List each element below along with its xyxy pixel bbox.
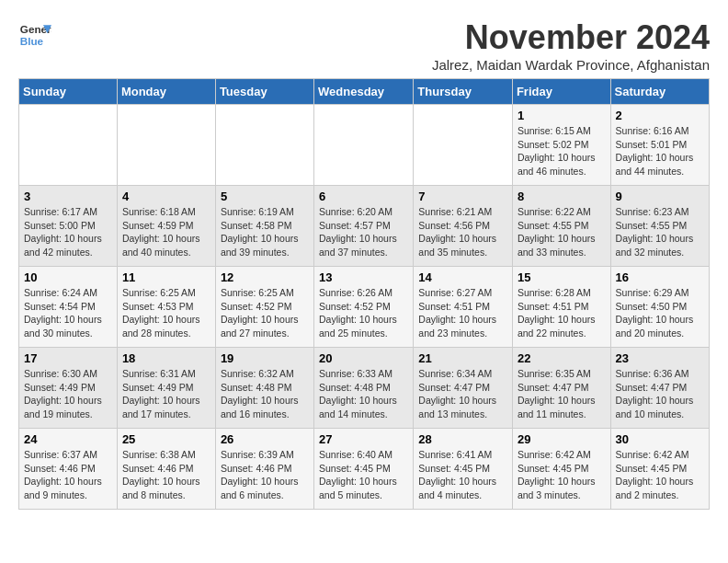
calendar-cell: 12Sunrise: 6:25 AM Sunset: 4:52 PM Dayli… (215, 267, 313, 348)
day-number: 7 (418, 190, 507, 203)
header-sunday: Sunday (19, 79, 118, 105)
calendar-cell (314, 105, 414, 186)
day-number: 15 (518, 270, 606, 284)
day-info: Sunrise: 6:18 AM Sunset: 4:59 PM Dayligh… (122, 205, 210, 259)
day-number: 5 (221, 190, 309, 203)
day-number: 17 (24, 351, 112, 365)
day-number: 1 (518, 109, 606, 122)
day-info: Sunrise: 6:37 AM Sunset: 4:46 PM Dayligh… (24, 448, 112, 502)
day-number: 21 (418, 351, 507, 365)
day-info: Sunrise: 6:26 AM Sunset: 4:52 PM Dayligh… (319, 286, 408, 340)
calendar-cell: 6Sunrise: 6:20 AM Sunset: 4:57 PM Daylig… (314, 186, 414, 267)
day-info: Sunrise: 6:15 AM Sunset: 5:02 PM Dayligh… (518, 124, 606, 178)
day-info: Sunrise: 6:25 AM Sunset: 4:53 PM Dayligh… (122, 286, 210, 340)
day-number: 20 (319, 351, 408, 365)
calendar-cell: 15Sunrise: 6:28 AM Sunset: 4:51 PM Dayli… (512, 267, 610, 348)
day-info: Sunrise: 6:30 AM Sunset: 4:49 PM Dayligh… (24, 367, 112, 421)
calendar-cell: 7Sunrise: 6:21 AM Sunset: 4:56 PM Daylig… (414, 186, 513, 267)
day-info: Sunrise: 6:22 AM Sunset: 4:55 PM Dayligh… (518, 205, 606, 259)
calendar-cell: 27Sunrise: 6:40 AM Sunset: 4:45 PM Dayli… (314, 429, 414, 510)
day-number: 24 (24, 432, 112, 446)
calendar-cell: 20Sunrise: 6:33 AM Sunset: 4:48 PM Dayli… (314, 348, 414, 429)
calendar-cell: 17Sunrise: 6:30 AM Sunset: 4:49 PM Dayli… (19, 348, 118, 429)
day-info: Sunrise: 6:38 AM Sunset: 4:46 PM Dayligh… (122, 448, 210, 502)
day-info: Sunrise: 6:23 AM Sunset: 4:55 PM Dayligh… (616, 205, 704, 259)
calendar-cell: 30Sunrise: 6:42 AM Sunset: 4:45 PM Dayli… (610, 429, 709, 510)
calendar-cell: 22Sunrise: 6:35 AM Sunset: 4:47 PM Dayli… (512, 348, 610, 429)
day-info: Sunrise: 6:40 AM Sunset: 4:45 PM Dayligh… (319, 448, 408, 502)
day-number: 22 (518, 351, 606, 365)
day-number: 30 (616, 432, 704, 446)
logo: General Blue (18, 18, 51, 52)
day-number: 18 (122, 351, 210, 365)
location-subtitle: Jalrez, Maidan Wardak Province, Afghanis… (432, 57, 710, 73)
calendar-table: SundayMondayTuesdayWednesdayThursdayFrid… (18, 78, 710, 510)
day-number: 9 (616, 190, 704, 203)
day-info: Sunrise: 6:42 AM Sunset: 4:45 PM Dayligh… (616, 448, 704, 502)
day-number: 12 (221, 270, 309, 284)
calendar-cell: 25Sunrise: 6:38 AM Sunset: 4:46 PM Dayli… (117, 429, 215, 510)
day-number: 13 (319, 270, 408, 284)
day-info: Sunrise: 6:36 AM Sunset: 4:47 PM Dayligh… (616, 367, 704, 421)
day-info: Sunrise: 6:20 AM Sunset: 4:57 PM Dayligh… (319, 205, 408, 259)
calendar-cell: 29Sunrise: 6:42 AM Sunset: 4:45 PM Dayli… (512, 429, 610, 510)
day-info: Sunrise: 6:21 AM Sunset: 4:56 PM Dayligh… (418, 205, 507, 259)
day-info: Sunrise: 6:27 AM Sunset: 4:51 PM Dayligh… (418, 286, 507, 340)
day-number: 16 (616, 270, 704, 284)
calendar-week-3: 10Sunrise: 6:24 AM Sunset: 4:54 PM Dayli… (19, 267, 710, 348)
calendar-cell: 9Sunrise: 6:23 AM Sunset: 4:55 PM Daylig… (610, 186, 709, 267)
calendar-cell: 19Sunrise: 6:32 AM Sunset: 4:48 PM Dayli… (215, 348, 313, 429)
day-info: Sunrise: 6:42 AM Sunset: 4:45 PM Dayligh… (518, 448, 606, 502)
day-number: 4 (122, 190, 210, 203)
calendar-cell: 26Sunrise: 6:39 AM Sunset: 4:46 PM Dayli… (215, 429, 313, 510)
day-number: 3 (24, 190, 112, 203)
calendar-cell: 13Sunrise: 6:26 AM Sunset: 4:52 PM Dayli… (314, 267, 414, 348)
calendar-cell (19, 105, 118, 186)
calendar-cell: 24Sunrise: 6:37 AM Sunset: 4:46 PM Dayli… (19, 429, 118, 510)
day-info: Sunrise: 6:17 AM Sunset: 5:00 PM Dayligh… (24, 205, 112, 259)
day-number: 26 (221, 432, 309, 446)
day-number: 23 (616, 351, 704, 365)
day-number: 6 (319, 190, 408, 203)
calendar-week-4: 17Sunrise: 6:30 AM Sunset: 4:49 PM Dayli… (19, 348, 710, 429)
day-info: Sunrise: 6:39 AM Sunset: 4:46 PM Dayligh… (221, 448, 309, 502)
day-info: Sunrise: 6:19 AM Sunset: 4:58 PM Dayligh… (221, 205, 309, 259)
month-title: November 2024 (432, 18, 710, 57)
day-number: 11 (122, 270, 210, 284)
day-info: Sunrise: 6:32 AM Sunset: 4:48 PM Dayligh… (221, 367, 309, 421)
calendar-cell: 18Sunrise: 6:31 AM Sunset: 4:49 PM Dayli… (117, 348, 215, 429)
calendar-cell: 23Sunrise: 6:36 AM Sunset: 4:47 PM Dayli… (610, 348, 709, 429)
day-number: 29 (518, 432, 606, 446)
header-tuesday: Tuesday (215, 79, 313, 105)
calendar-cell: 3Sunrise: 6:17 AM Sunset: 5:00 PM Daylig… (19, 186, 118, 267)
calendar-cell: 28Sunrise: 6:41 AM Sunset: 4:45 PM Dayli… (414, 429, 513, 510)
header-friday: Friday (512, 79, 610, 105)
calendar-cell: 4Sunrise: 6:18 AM Sunset: 4:59 PM Daylig… (117, 186, 215, 267)
title-block: November 2024 Jalrez, Maidan Wardak Prov… (432, 18, 710, 73)
day-info: Sunrise: 6:29 AM Sunset: 4:50 PM Dayligh… (616, 286, 704, 340)
day-number: 25 (122, 432, 210, 446)
svg-text:Blue: Blue (20, 35, 44, 47)
header-thursday: Thursday (414, 79, 513, 105)
calendar-cell: 11Sunrise: 6:25 AM Sunset: 4:53 PM Dayli… (117, 267, 215, 348)
calendar-cell: 10Sunrise: 6:24 AM Sunset: 4:54 PM Dayli… (19, 267, 118, 348)
day-info: Sunrise: 6:25 AM Sunset: 4:52 PM Dayligh… (221, 286, 309, 340)
day-number: 10 (24, 270, 112, 284)
calendar-week-2: 3Sunrise: 6:17 AM Sunset: 5:00 PM Daylig… (19, 186, 710, 267)
calendar-cell (215, 105, 313, 186)
day-info: Sunrise: 6:33 AM Sunset: 4:48 PM Dayligh… (319, 367, 408, 421)
header-monday: Monday (117, 79, 215, 105)
calendar-cell: 8Sunrise: 6:22 AM Sunset: 4:55 PM Daylig… (512, 186, 610, 267)
day-info: Sunrise: 6:24 AM Sunset: 4:54 PM Dayligh… (24, 286, 112, 340)
calendar-cell: 5Sunrise: 6:19 AM Sunset: 4:58 PM Daylig… (215, 186, 313, 267)
page-header: General Blue November 2024 Jalrez, Maida… (18, 18, 710, 73)
calendar-cell: 16Sunrise: 6:29 AM Sunset: 4:50 PM Dayli… (610, 267, 709, 348)
calendar-cell: 21Sunrise: 6:34 AM Sunset: 4:47 PM Dayli… (414, 348, 513, 429)
calendar-cell (414, 105, 513, 186)
calendar-cell (117, 105, 215, 186)
day-number: 28 (418, 432, 507, 446)
day-number: 14 (418, 270, 507, 284)
day-number: 8 (518, 190, 606, 203)
day-number: 2 (616, 109, 704, 122)
logo-icon: General Blue (18, 18, 51, 52)
